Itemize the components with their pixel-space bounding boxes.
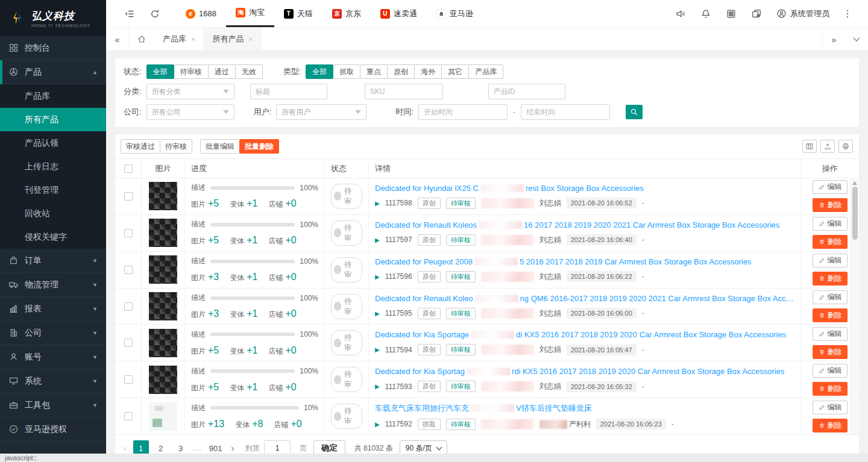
product-title-link[interactable]: Dedicated for Renault Koleos16 2017 2018… <box>375 220 794 229</box>
play-icon[interactable]: ▶ <box>375 273 380 280</box>
sku-input[interactable] <box>365 84 443 99</box>
type-original-button[interactable]: 原创 <box>387 64 415 79</box>
platform-tab-1688[interactable]: e 1688 <box>176 0 226 27</box>
play-icon[interactable]: ▶ <box>375 237 380 243</box>
sidebar-item-orders[interactable]: 订单 ▼ <box>0 249 106 273</box>
scrollbar-thumb[interactable] <box>852 187 858 240</box>
play-icon[interactable]: ▶ <box>375 310 380 317</box>
product-photo[interactable] <box>149 255 177 284</box>
home-tab[interactable] <box>129 28 154 51</box>
type-other-button[interactable]: 其它 <box>441 64 469 79</box>
platform-tab-aliexpress[interactable]: U 速卖通 <box>371 0 427 27</box>
sidebar-subitem-infringement-keywords[interactable]: 侵权关键字 <box>0 225 106 249</box>
end-time-input[interactable] <box>521 104 610 120</box>
platform-tab-tmall[interactable]: T 天猫 <box>274 0 322 27</box>
row-checkbox[interactable] <box>124 375 133 384</box>
sidebar-item-dashboard[interactable]: 控制台 <box>0 36 106 60</box>
export-button[interactable] <box>820 140 835 153</box>
delete-button[interactable]: 删除 <box>813 345 848 359</box>
type-key-button[interactable]: 重点 <box>360 64 388 79</box>
batch-edit-button[interactable]: 批量编辑 <box>200 139 240 154</box>
row-checkbox[interactable] <box>124 229 133 237</box>
sidebar-subitem-listing-management[interactable]: 刊登管理 <box>0 178 106 202</box>
edit-button[interactable]: 编辑 <box>813 217 848 231</box>
type-library-button[interactable]: 产品库 <box>468 64 503 79</box>
batch-delete-button[interactable]: 批量删除 <box>239 139 279 154</box>
product-title-link[interactable]: 车载充气床车用旅行汽车充V轿车后排气垫睡觉床 <box>375 403 794 414</box>
status-invalid-button[interactable]: 无效 <box>235 64 263 79</box>
product-title-link[interactable]: Dedicated for Hyundai IX25 Crest Box Sto… <box>375 184 794 193</box>
platform-tab-amazon[interactable]: a 亚马逊 <box>427 0 483 27</box>
status-all-button[interactable]: 全部 <box>146 64 174 79</box>
status-approved-button[interactable]: 通过 <box>208 64 236 79</box>
product-id-input[interactable] <box>488 84 565 99</box>
delete-button[interactable]: 删除 <box>813 382 848 396</box>
set-pending-button[interactable]: 待审核 <box>160 139 192 154</box>
delete-button[interactable]: 删除 <box>813 235 848 249</box>
delete-button[interactable]: 删除 <box>813 272 848 286</box>
platform-tab-taobao[interactable]: 淘 淘宝 <box>226 0 274 27</box>
type-crawl-button[interactable]: 抓取 <box>333 64 360 79</box>
edit-button[interactable]: 编辑 <box>813 180 848 194</box>
product-title-link[interactable]: Dedicated for Peugeot 20085 2016 2017 20… <box>375 257 794 266</box>
next-page-button[interactable]: › <box>228 443 236 453</box>
sidebar-item-reports[interactable]: 报表 ▼ <box>0 297 106 321</box>
more-menu-button[interactable]: ⋮ <box>837 0 858 27</box>
sidebar-fold-button[interactable] <box>117 0 142 27</box>
start-time-input[interactable] <box>418 104 508 120</box>
sidebar-subitem-product-library[interactable]: 产品库 <box>0 84 106 108</box>
approve-button[interactable]: 审核通过 <box>121 139 160 154</box>
sidebar-item-accounts[interactable]: 账号 ▼ <box>0 345 106 369</box>
close-icon[interactable]: × <box>248 36 252 43</box>
product-title-link[interactable]: Dedicated for Kia Sportagedi KX5 2016 20… <box>375 330 794 339</box>
apps-button[interactable] <box>719 0 744 27</box>
user-select[interactable]: 所有用户 <box>276 104 366 120</box>
search-button[interactable] <box>626 105 643 119</box>
prev-page-button[interactable]: ‹ <box>121 443 129 453</box>
platform-tab-jd[interactable]: 京 京东 <box>322 0 371 27</box>
user-menu[interactable]: 系统管理员 <box>769 0 837 27</box>
edit-button[interactable]: 编辑 <box>813 254 848 267</box>
delete-button[interactable]: 删除 <box>813 198 848 212</box>
type-overseas-button[interactable]: 海外 <box>414 64 442 79</box>
row-checkbox[interactable] <box>124 302 133 311</box>
product-photo[interactable] <box>149 329 177 357</box>
edit-button[interactable]: 编辑 <box>813 364 848 378</box>
delete-button[interactable]: 删除 <box>813 308 848 322</box>
tabs-menu-button[interactable] <box>845 28 868 51</box>
product-photo[interactable] <box>149 182 177 210</box>
sidebar-item-company[interactable]: 公司 ▼ <box>0 321 106 345</box>
sidebar-item-system[interactable]: 系统 ▼ <box>0 369 106 393</box>
status-pending-button[interactable]: 待审核 <box>174 64 209 79</box>
title-input[interactable] <box>250 84 327 99</box>
refresh-button[interactable] <box>142 0 168 27</box>
edit-button[interactable]: 编辑 <box>813 290 848 304</box>
product-title-link[interactable]: Dedicated for Kia Sportagrdi KX5 2016 20… <box>375 367 794 376</box>
edit-button[interactable]: 编辑 <box>813 401 848 414</box>
sidebar-subitem-recycle-bin[interactable]: 回收站 <box>0 202 106 225</box>
edit-button[interactable]: 编辑 <box>813 327 848 341</box>
product-photo[interactable] <box>149 219 177 247</box>
print-button[interactable] <box>838 140 853 153</box>
column-settings-button[interactable] <box>802 140 817 153</box>
scroll-up-icon[interactable] <box>852 181 857 185</box>
tabs-scroll-right-button[interactable]: » <box>822 28 845 51</box>
table-scrollbar[interactable] <box>851 179 858 434</box>
row-checkbox[interactable] <box>124 192 133 201</box>
announcement-button[interactable] <box>668 0 693 27</box>
theme-switch-button[interactable] <box>744 0 769 27</box>
product-title-link[interactable]: Dedicated for Renault Koleong QM6 2016-2… <box>375 294 794 303</box>
row-checkbox[interactable] <box>124 339 133 347</box>
sidebar-subitem-product-claim[interactable]: 产品认领 <box>0 131 106 155</box>
category-select[interactable]: 所有分类 <box>146 84 234 99</box>
sidebar-subitem-upload-log[interactable]: 上传日志 <box>0 155 106 178</box>
product-photo[interactable] <box>149 366 177 394</box>
play-icon[interactable]: ▶ <box>375 383 380 390</box>
product-photo[interactable] <box>149 292 177 320</box>
row-checkbox[interactable] <box>124 266 133 274</box>
play-icon[interactable]: ▶ <box>375 421 380 428</box>
company-select[interactable]: 所有公司 <box>146 104 234 120</box>
tabs-scroll-left-button[interactable]: « <box>106 28 129 51</box>
sidebar-item-products[interactable]: 产品 ▲ <box>0 60 106 84</box>
type-all-button[interactable]: 全部 <box>306 64 333 79</box>
